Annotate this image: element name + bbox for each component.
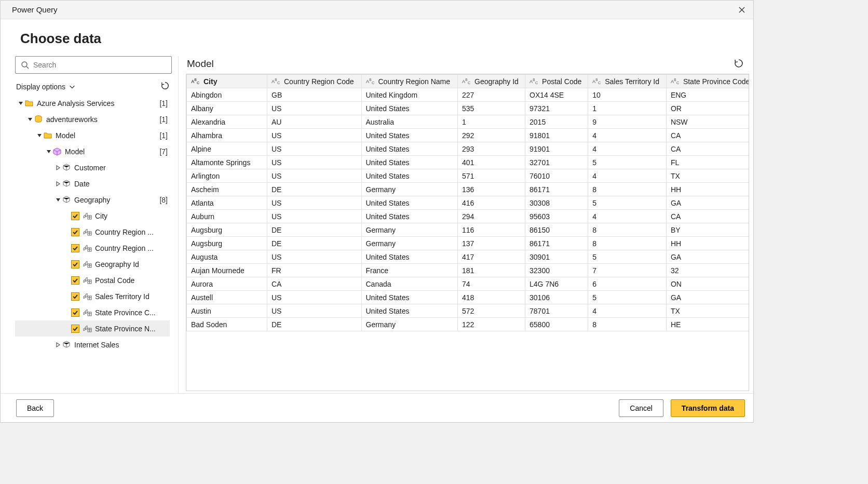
tree-node[interactable]: adventureworks[1] <box>15 111 170 127</box>
table-row[interactable]: Bad SodenDEGermany122658008HE <box>187 318 750 331</box>
tree-node[interactable]: Country Region ... <box>15 240 170 256</box>
checkbox[interactable] <box>71 212 79 220</box>
table-row[interactable]: AugsburgDEGermany137861718HH <box>187 237 750 250</box>
power-query-dialog: Power Query Choose data Display options … <box>0 0 754 423</box>
table-row[interactable]: AustinUSUnited States572787014TX <box>187 304 750 318</box>
search-input[interactable] <box>33 61 166 69</box>
expand-toggle[interactable] <box>45 149 52 154</box>
tree-node[interactable]: City <box>15 208 170 224</box>
table-row[interactable]: AtlantaUSUnited States416303085GA <box>187 196 750 210</box>
table-row[interactable]: AugustaUSUnited States417309015GA <box>187 250 750 264</box>
refresh-preview-button[interactable] <box>734 58 744 70</box>
table-cell: US <box>267 196 362 210</box>
tree-node[interactable]: Sales Territory Id <box>15 288 170 304</box>
table-cell: GA <box>666 196 749 210</box>
triangle-down-icon <box>46 149 51 154</box>
table-row[interactable]: AuroraCACanada74L4G 7N66ON <box>187 277 750 291</box>
close-button[interactable] <box>738 6 746 14</box>
tree-node[interactable]: Customer <box>15 159 170 176</box>
checkbox[interactable] <box>71 276 79 285</box>
table-cell: DE <box>267 318 362 331</box>
checkbox[interactable] <box>71 325 79 333</box>
table-cell: 136 <box>458 183 525 196</box>
data-grid[interactable]: CityCountry Region CodeCountry Region Na… <box>186 74 749 391</box>
close-icon <box>738 6 746 14</box>
expand-toggle[interactable] <box>55 165 62 170</box>
display-options-button[interactable]: Display options <box>16 83 76 91</box>
table-cell: Canada <box>361 277 458 291</box>
table-row[interactable]: AbingdonGBUnited Kingdom227OX14 4SE10ENG <box>187 88 750 102</box>
checkbox[interactable] <box>71 260 79 268</box>
expand-toggle[interactable] <box>55 181 62 186</box>
table-cell: Augusta <box>187 250 267 264</box>
table-row[interactable]: ArlingtonUSUnited States571760104TX <box>187 169 750 183</box>
tree-node[interactable]: Model[7] <box>15 143 170 159</box>
checkbox[interactable] <box>71 308 79 317</box>
expand-toggle[interactable] <box>36 133 43 138</box>
back-button[interactable]: Back <box>16 399 54 417</box>
tree-node[interactable]: State Province C... <box>15 304 170 320</box>
table-row[interactable]: AugsburgDEGermany116861508BY <box>187 223 750 237</box>
search-box[interactable] <box>15 56 172 74</box>
table-cell: 86171 <box>525 183 588 196</box>
titlebar: Power Query <box>1 1 753 19</box>
refresh-tree-button[interactable] <box>160 81 170 92</box>
table-row[interactable]: AlexandriaAUAustralia120159NSW <box>187 115 750 129</box>
column-header[interactable]: Geography Id <box>458 75 525 88</box>
column-header[interactable]: Country Region Name <box>361 75 458 88</box>
checkbox[interactable] <box>71 244 79 252</box>
table-cell: US <box>267 304 362 318</box>
table-cell: Atlanta <box>187 196 267 210</box>
expand-toggle[interactable] <box>26 117 34 122</box>
tree-node[interactable]: Model[1] <box>15 127 170 143</box>
table-row[interactable]: AlhambraUSUnited States292918014CA <box>187 129 750 142</box>
table-cell: Aujan Mournede <box>187 264 267 277</box>
table-cell: DE <box>267 223 362 237</box>
tree-node-label: Sales Territory Id <box>95 292 168 301</box>
expand-toggle[interactable] <box>17 101 24 106</box>
check-icon <box>72 229 78 235</box>
table-row[interactable]: AscheimDEGermany136861718HH <box>187 183 750 196</box>
navigator-tree[interactable]: Azure Analysis Services[1]adventureworks… <box>15 95 172 393</box>
check-icon <box>72 310 78 316</box>
tree-node[interactable]: Geography Id <box>15 256 170 272</box>
checkbox[interactable] <box>71 292 79 301</box>
column-icon <box>83 276 92 285</box>
table-cell: Germany <box>361 237 458 250</box>
tree-node[interactable]: Postal Code <box>15 272 170 288</box>
table-row[interactable]: AlpineUSUnited States293919014CA <box>187 142 750 156</box>
column-header[interactable]: City <box>187 75 267 88</box>
text-type-icon <box>191 78 201 85</box>
table-cell: 227 <box>458 88 525 102</box>
table-row[interactable]: AuburnUSUnited States294956034CA <box>187 210 750 223</box>
table-row[interactable]: Aujan MournedeFRFrance18132300732 <box>187 264 750 277</box>
table-cell: 4 <box>588 304 667 318</box>
transform-data-button[interactable]: Transform data <box>671 399 745 417</box>
table-cell: NSW <box>666 115 749 129</box>
tree-node-label: Geography <box>74 196 156 204</box>
tree-node[interactable]: Geography[8] <box>15 192 170 208</box>
table-row[interactable]: Altamonte SpringsUSUnited States40132701… <box>187 156 750 169</box>
table-cell: 1 <box>458 115 525 129</box>
tree-node[interactable]: Azure Analysis Services[1] <box>15 95 170 111</box>
tree-node-label: Postal Code <box>95 276 168 285</box>
tree-node[interactable]: Date <box>15 176 170 192</box>
column-header[interactable]: Postal Code <box>525 75 588 88</box>
table-row[interactable]: AustellUSUnited States418301065GA <box>187 291 750 304</box>
cancel-button[interactable]: Cancel <box>619 399 663 417</box>
tree-node[interactable]: Country Region ... <box>15 224 170 240</box>
table-cell: 86150 <box>525 223 588 237</box>
checkbox[interactable] <box>71 228 79 236</box>
tree-node[interactable]: Internet Sales <box>15 337 170 353</box>
column-header-label: Geography Id <box>474 77 519 86</box>
expand-toggle[interactable] <box>55 197 62 203</box>
table-cell: Alpine <box>187 142 267 156</box>
tree-node[interactable]: State Province N... <box>15 320 170 337</box>
column-header[interactable]: Sales Territory Id <box>588 75 667 88</box>
table-cell: CA <box>267 277 362 291</box>
column-header[interactable]: State Province Code <box>666 75 749 88</box>
table-cell: DE <box>267 237 362 250</box>
table-row[interactable]: AlbanyUSUnited States535973211OR <box>187 102 750 115</box>
expand-toggle[interactable] <box>55 342 62 347</box>
column-header[interactable]: Country Region Code <box>267 75 362 88</box>
